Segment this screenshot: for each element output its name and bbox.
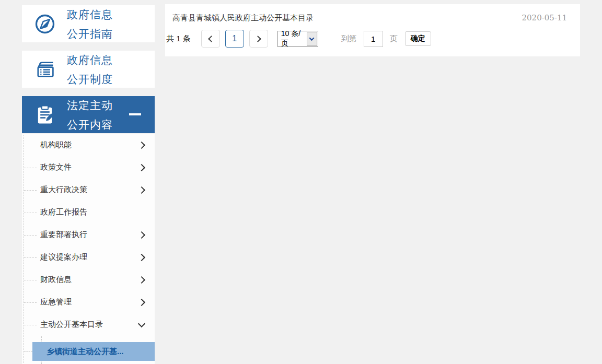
main-content-panel: 高青县青城镇人民政府主动公开基本目录 2020-05-11 共 1 条 1 10…	[165, 4, 580, 56]
sidebar-subitem-policy-documents[interactable]: 政策文件	[22, 156, 155, 179]
subitem-label: 建议提案办理	[40, 252, 87, 262]
sidebar-item-label: 政府信息 公开制度	[67, 50, 113, 89]
sidebar-subitem-proposals-handling[interactable]: 建议提案办理	[22, 246, 155, 268]
chevron-right-icon	[138, 186, 145, 193]
sidebar-subitem-org-functions[interactable]: 机构职能	[22, 134, 155, 156]
chevron-left-icon	[208, 36, 215, 42]
subitem-label: 重要部署执行	[40, 230, 87, 240]
sidebar-item-gov-info-system[interactable]: 政府信息 公开制度	[22, 51, 155, 88]
list-item-title[interactable]: 高青县青城镇人民政府主动公开基本目录	[172, 13, 314, 23]
list-item: 高青县青城镇人民政府主动公开基本目录 2020-05-11	[165, 4, 580, 23]
chevron-right-icon	[138, 141, 145, 148]
chevron-down-icon	[138, 320, 145, 327]
chevron-right-icon	[138, 276, 145, 283]
list-item-date: 2020-05-11	[522, 13, 567, 22]
sidebar-subitem-fiscal-info[interactable]: 财政信息	[22, 268, 155, 291]
subitem-label: 重大行政决策	[40, 185, 87, 195]
sidebar-item-gov-info-guide[interactable]: 政府信息 公开指南	[22, 5, 155, 42]
sidebar-item-label: 法定主动 公开内容	[67, 96, 113, 134]
select-arrow-button[interactable]	[307, 32, 317, 46]
current-page-button[interactable]: 1	[225, 30, 244, 48]
sidebar-item-label: 政府信息 公开指南	[67, 5, 113, 43]
pagination-bar: 共 1 条 1 10 条/页 到第 页 确定	[165, 30, 580, 48]
subitem-label: 政策文件	[40, 162, 72, 172]
sidebar-item-legal-active-disclosure[interactable]: 法定主动 公开内容	[22, 96, 155, 133]
sidebar: 政府信息 公开指南 政府信息 公开制度	[22, 5, 155, 142]
sidebar-subitem-township-catalog-active[interactable]: 乡镇街道主动公开基...	[32, 342, 155, 361]
goto-page-unit-label: 页	[390, 34, 398, 44]
prev-page-button[interactable]	[201, 30, 220, 48]
ledger-icon	[33, 58, 56, 81]
chevron-right-icon	[254, 36, 261, 42]
sidebar-subitem-basic-catalog[interactable]: 主动公开基本目录	[22, 313, 155, 336]
confirm-button[interactable]: 确定	[405, 31, 431, 46]
subitem-label: 政府工作报告	[40, 207, 87, 217]
goto-page-input[interactable]	[364, 31, 383, 47]
subitem-label: 财政信息	[40, 275, 72, 285]
subitem-label: 主动公开基本目录	[40, 320, 103, 330]
next-page-button[interactable]	[249, 30, 268, 48]
sidebar-submenu: 机构职能 政策文件 重大行政决策 政府工作报告 重要部署执行 建议提案办理 财政…	[22, 134, 155, 364]
minus-icon[interactable]	[129, 113, 141, 115]
chevron-right-icon	[138, 163, 145, 171]
active-subitem-label: 乡镇街道主动公开基...	[47, 347, 124, 357]
page-size-select[interactable]: 10 条/页	[277, 31, 318, 47]
compass-icon	[33, 13, 56, 36]
goto-page-label: 到第	[341, 34, 357, 44]
total-count-label: 共 1 条	[166, 34, 191, 44]
subitem-label: 应急管理	[40, 297, 72, 307]
page-size-value: 10 条/页	[281, 29, 307, 48]
sidebar-subitem-emergency-mgmt[interactable]: 应急管理	[22, 291, 155, 313]
clipboard-pencil-icon	[33, 103, 56, 126]
chevron-right-icon	[138, 253, 145, 261]
sidebar-subitem-gov-work-report[interactable]: 政府工作报告	[22, 201, 155, 224]
subitem-label: 机构职能	[40, 140, 72, 150]
sidebar-subitem-key-deployments[interactable]: 重要部署执行	[22, 224, 155, 246]
chevron-right-icon	[138, 231, 145, 238]
sidebar-subitem-major-decisions[interactable]: 重大行政决策	[22, 179, 155, 201]
chevron-down-icon	[309, 36, 315, 41]
chevron-right-icon	[138, 298, 145, 306]
